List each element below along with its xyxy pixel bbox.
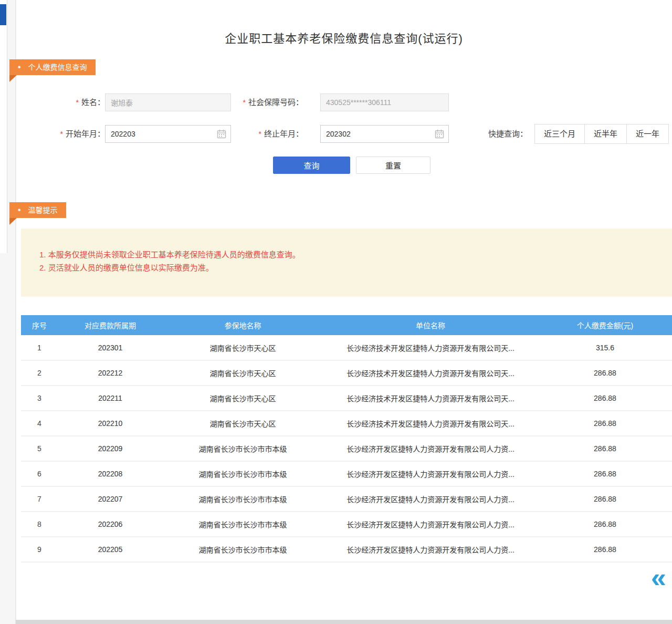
cell-insured-place: 湖南省长沙市天心区 xyxy=(163,386,323,411)
cell-insured-place: 湖南省长沙市长沙市市本级 xyxy=(163,436,323,461)
required-asterisk: * xyxy=(259,130,261,138)
cell-insured-place: 湖南省长沙市长沙市市本级 xyxy=(163,461,323,486)
section-badge-tips: • 温馨提示 xyxy=(9,202,66,218)
cell-unit-name: 长沙经济开发区捷特人力资源开发有限公司人力资... xyxy=(323,461,538,486)
cell-amount: 286.88 xyxy=(538,537,672,562)
required-asterisk: * xyxy=(60,130,63,138)
section-badge-label: 温馨提示 xyxy=(28,202,58,218)
column-header-index: 序号 xyxy=(21,315,58,335)
cell-insured-place: 湖南省长沙市长沙市市本级 xyxy=(163,486,323,512)
cell-fee-period: 202209 xyxy=(58,436,163,461)
end-month-field xyxy=(320,125,449,143)
cell-unit-name: 长沙经济技术开发区捷特人力资源开发有限公司天... xyxy=(323,335,538,360)
name-label: *姓名： xyxy=(37,93,105,111)
sidebar-strip xyxy=(0,0,7,253)
cell-index: 7 xyxy=(21,486,58,512)
cell-amount: 286.88 xyxy=(538,461,672,486)
notice-line: 1. 本服务仅提供尚未领取企业职工基本养老保险待遇人员的缴费信息查询。 xyxy=(39,248,300,259)
cell-insured-place: 湖南省长沙市天心区 xyxy=(163,411,323,436)
quick-query-label: 快捷查询： xyxy=(488,125,528,143)
reset-button[interactable]: 重置 xyxy=(356,157,430,174)
sidebar-menu-indicator xyxy=(0,4,6,25)
payment-records-table: 序号 对应费款所属期 参保地名称 单位名称 个人缴费金额(元) 1202301湖… xyxy=(21,315,672,563)
section-badge-label: 个人缴费信息查询 xyxy=(28,59,87,75)
end-month-label: *终止年月： xyxy=(226,125,303,143)
cell-unit-name: 长沙经济技术开发区捷特人力资源开发有限公司天... xyxy=(323,411,538,436)
cell-index: 1 xyxy=(21,335,58,360)
cell-index: 4 xyxy=(21,411,58,436)
cell-amount: 286.88 xyxy=(538,436,672,461)
cell-index: 5 xyxy=(21,436,58,461)
cell-unit-name: 长沙经济技术开发区捷特人力资源开发有限公司天... xyxy=(323,360,538,386)
ssn-label: *社会保障号码： xyxy=(226,93,303,111)
calendar-icon[interactable] xyxy=(435,129,444,139)
bullet-icon: • xyxy=(18,202,21,218)
cell-insured-place: 湖南省长沙市天心区 xyxy=(163,360,323,386)
cell-amount: 286.88 xyxy=(538,386,672,411)
start-month-field xyxy=(105,125,231,143)
table-row: 3202211湖南省长沙市天心区长沙经济技术开发区捷特人力资源开发有限公司天..… xyxy=(21,386,672,411)
page-title: 企业职工基本养老保险缴费信息查询(试运行) xyxy=(16,29,672,46)
table-row: 7202207湖南省长沙市长沙市市本级长沙经济开发区捷特人力资源开发有限公司人力… xyxy=(21,486,672,512)
cell-amount: 286.88 xyxy=(538,486,672,512)
cell-unit-name: 长沙经济开发区捷特人力资源开发有限公司人力资... xyxy=(323,537,538,562)
table-row: 5202209湖南省长沙市长沙市市本级长沙经济开发区捷特人力资源开发有限公司人力… xyxy=(21,436,672,461)
table-header-row: 序号 对应费款所属期 参保地名称 单位名称 个人缴费金额(元) xyxy=(21,315,672,335)
query-button[interactable]: 查询 xyxy=(273,157,350,174)
column-header-amount: 个人缴费金额(元) xyxy=(538,315,672,335)
cell-unit-name: 长沙经济开发区捷特人力资源开发有限公司人力资... xyxy=(323,486,538,512)
quick-option-last-half-year[interactable]: 近半年 xyxy=(584,124,627,144)
cell-amount: 286.88 xyxy=(538,411,672,436)
table-row: 9202205湖南省长沙市长沙市市本级长沙经济开发区捷特人力资源开发有限公司人力… xyxy=(21,537,672,562)
ribbon-fold xyxy=(9,218,17,225)
end-month-input[interactable] xyxy=(320,125,449,143)
table-row: 6202208湖南省长沙市长沙市市本级长沙经济开发区捷特人力资源开发有限公司人力… xyxy=(21,461,672,486)
cell-unit-name: 长沙经济开发区捷特人力资源开发有限公司人力资... xyxy=(323,436,538,461)
column-header-insured-place: 参保地名称 xyxy=(163,315,323,335)
bullet-icon: • xyxy=(18,59,21,75)
table-row: 2202212湖南省长沙市天心区长沙经济技术开发区捷特人力资源开发有限公司天..… xyxy=(21,360,672,386)
cell-fee-period: 202211 xyxy=(58,386,163,411)
bottom-scrollbar-track[interactable] xyxy=(16,620,672,624)
cell-insured-place: 湖南省长沙市长沙市市本级 xyxy=(163,537,323,562)
page-root: 企业职工基本养老保险缴费信息查询(试运行) • 个人缴费信息查询 *姓名： *社… xyxy=(0,0,672,624)
cell-unit-name: 长沙经济开发区捷特人力资源开发有限公司人力资... xyxy=(323,512,538,537)
start-month-label: *开始年月： xyxy=(37,125,105,143)
quick-query-group: 近三个月 近半年 近一年 xyxy=(534,124,669,144)
left-sidebar xyxy=(0,0,16,624)
cell-fee-period: 202206 xyxy=(58,512,163,537)
table-row: 4202210湖南省长沙市天心区长沙经济技术开发区捷特人力资源开发有限公司天..… xyxy=(21,411,672,436)
start-month-input[interactable] xyxy=(105,125,231,143)
cell-index: 9 xyxy=(21,537,58,562)
cell-index: 8 xyxy=(21,512,58,537)
calendar-icon[interactable] xyxy=(217,129,226,139)
cell-fee-period: 202210 xyxy=(58,411,163,436)
table-row: 1202301湖南省长沙市天心区长沙经济技术开发区捷特人力资源开发有限公司天..… xyxy=(21,335,672,360)
quick-option-last-3-months[interactable]: 近三个月 xyxy=(534,124,585,144)
cell-amount: 286.88 xyxy=(538,360,672,386)
cell-unit-name: 长沙经济技术开发区捷特人力资源开发有限公司天... xyxy=(323,386,538,411)
cell-insured-place: 湖南省长沙市天心区 xyxy=(163,335,323,360)
cell-index: 6 xyxy=(21,461,58,486)
notice-box: 1. 本服务仅提供尚未领取企业职工基本养老保险待遇人员的缴费信息查询。 2. 灵… xyxy=(21,228,672,297)
cell-fee-period: 202212 xyxy=(58,360,163,386)
notice-line: 2. 灵活就业人员的缴费单位信息以实际缴费为准。 xyxy=(39,262,214,273)
cell-amount: 315.6 xyxy=(538,335,672,360)
ribbon-fold xyxy=(9,75,17,82)
cell-fee-period: 202205 xyxy=(58,537,163,562)
quick-option-last-year[interactable]: 近一年 xyxy=(626,124,669,144)
cell-index: 2 xyxy=(21,360,58,386)
section-badge-personal-query: • 个人缴费信息查询 xyxy=(9,59,96,75)
ssn-input[interactable] xyxy=(320,93,449,111)
cell-fee-period: 202301 xyxy=(58,335,163,360)
cell-insured-place: 湖南省长沙市长沙市市本级 xyxy=(163,512,323,537)
column-header-fee-period: 对应费款所属期 xyxy=(58,315,163,335)
column-header-unit-name: 单位名称 xyxy=(323,315,538,335)
cell-fee-period: 202207 xyxy=(58,486,163,512)
required-asterisk: * xyxy=(243,98,246,107)
cell-amount: 286.88 xyxy=(538,512,672,537)
collapse-double-chevron-icon[interactable]: « xyxy=(651,566,672,591)
cell-fee-period: 202208 xyxy=(58,461,163,486)
name-input[interactable] xyxy=(105,93,231,111)
table-row: 8202206湖南省长沙市长沙市市本级长沙经济开发区捷特人力资源开发有限公司人力… xyxy=(21,512,672,537)
